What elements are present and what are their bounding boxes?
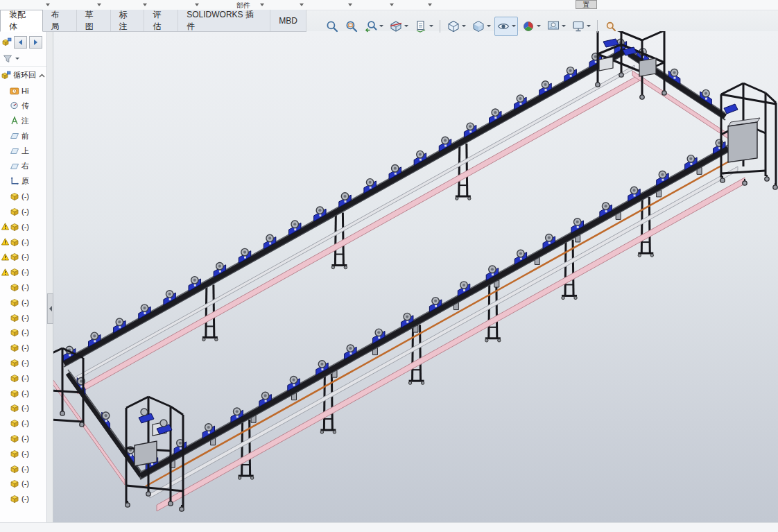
tree-item-component[interactable]: (-) [0,250,46,265]
tree-item-component[interactable]: (-) [0,310,46,325]
tree-item-label: (-) [21,268,29,276]
assembly-3d-model[interactable] [53,31,778,522]
tree-item-component[interactable]: (-) [0,340,46,355]
tab-annotation[interactable]: 标注 [111,10,145,31]
dropdown-caret-icon[interactable] [587,25,591,27]
tree-item-component[interactable]: (-) [0,431,46,446]
tree-item-component[interactable]: (-) [0,325,46,341]
view-orientation-button[interactable] [444,17,468,36]
tree-item-label: Hi [21,87,28,95]
tree-item-label: 传 [21,101,29,111]
tree-item-component[interactable]: (-) [0,415,46,431]
tree-item-sensors[interactable]: 传 [0,98,46,114]
tree-item-component[interactable]: (-) [0,446,46,461]
tree-item-annotations[interactable]: 注 [0,113,46,128]
collapse-arrow-icon [49,306,52,311]
config-button[interactable]: 置 [576,0,597,9]
tree-item-component[interactable]: (-) [0,219,46,234]
tree-item-component[interactable]: (-) [0,295,46,310]
tree-item-component[interactable]: (-) [0,386,46,401]
dropdown-caret-icon[interactable] [300,3,304,6]
tree-item-component[interactable]: (-) [0,204,46,219]
collapse-handle[interactable] [47,293,53,324]
tree-root-label: 循环回 [13,70,36,80]
dropdown-caret-icon[interactable] [15,58,19,60]
featuremanager-tab-icon[interactable] [2,37,12,47]
tree-item-component[interactable]: (-) [0,401,46,416]
display-style-button[interactable] [469,17,493,36]
tab-solidworks-addins[interactable]: SOLIDWORKS 插件 [178,10,270,31]
tree-item-history[interactable]: Hi [0,83,46,98]
dropdown-caret-icon[interactable] [462,25,466,27]
section-icon [389,19,403,33]
tree-item-component[interactable]: (-) [0,234,46,250]
hide-show-items-button[interactable] [494,17,518,36]
dropdown-caret-icon[interactable] [537,25,541,27]
tree-item-plane[interactable]: 前 [0,128,46,144]
dropdown-caret-icon[interactable] [348,3,352,6]
dropdown-caret-icon[interactable] [404,25,408,27]
dropdown-caret-icon[interactable] [379,25,383,27]
component-icon [10,237,19,247]
tree-item-component[interactable]: (-) [0,189,46,204]
dropdown-caret-icon[interactable] [428,3,432,6]
filter-funnel-icon[interactable] [3,53,12,63]
tree-item-plane[interactable]: 上 [0,144,46,159]
tree-item-label: (-) [21,479,29,488]
command-manager-tabs: 装配体布局草图标注评估SOLIDWORKS 插件MBD [0,10,306,32]
zoom-to-area-button[interactable] [343,17,361,36]
section-view-button[interactable] [387,17,410,36]
magnified-selection-button[interactable] [602,17,620,36]
dropdown-caret-icon[interactable] [195,3,199,6]
tree-item-label: (-) [21,223,29,231]
dropdown-caret-icon[interactable] [429,25,433,27]
tab-evaluate[interactable]: 评估 [144,10,178,31]
tree-item-component[interactable]: (-) [0,477,46,492]
dropdown-caret-icon[interactable] [97,3,101,6]
dropdown-caret-icon[interactable] [562,25,566,27]
zoom-to-fit-button[interactable] [323,17,341,36]
scene-sphere-icon [546,19,560,33]
dropdown-caret-icon[interactable] [487,25,491,27]
edit-appearance-button[interactable] [519,17,543,36]
tree-item-label: (-) [21,328,29,336]
panel-splitter[interactable] [47,31,53,522]
tree-root-assembly[interactable]: 循环回 [0,68,46,83]
annotation-view-button[interactable] [412,17,435,36]
tree-item-component[interactable]: (-) [0,280,46,295]
collapse-chevron-icon[interactable] [39,74,45,78]
tab-assembly[interactable]: 装配体 [0,10,43,32]
dropdown-caret-icon[interactable] [390,3,394,6]
tab-layout[interactable]: 布局 [43,10,77,31]
magnifier-icon [325,19,339,33]
dropdown-caret-icon[interactable] [512,25,516,27]
component-icon [10,207,19,216]
tab-mbd[interactable]: MBD [270,10,306,31]
apply-scene-button[interactable] [544,17,568,36]
tree-item-label: (-) [21,419,29,427]
tree-item-component[interactable]: (-) [0,461,46,477]
panel-back-button[interactable] [14,36,27,49]
magnifier-area-icon [345,19,358,33]
tree-filter[interactable] [0,51,46,67]
tree-item-component[interactable]: (-) [0,355,46,370]
tree-item-label: (-) [21,404,29,412]
tree-item-label: (-) [21,449,29,458]
sheet-icon [414,19,428,33]
tree-item-label: (-) [21,343,29,352]
tab-sketch[interactable]: 草图 [77,10,111,31]
dropdown-caret-icon[interactable] [46,3,50,6]
tree-item-component[interactable]: (-) [0,370,46,386]
previous-view-button[interactable] [362,17,386,36]
graphics-viewport[interactable] [53,31,778,522]
tree-item-component[interactable]: (-) [0,491,46,506]
tree-item-origin[interactable]: 原 [0,174,46,189]
view-settings-button[interactable] [569,17,593,36]
tree-item-component[interactable]: (-) [0,264,46,280]
dropdown-caret-icon[interactable] [260,3,264,6]
panel-forward-button[interactable] [29,36,42,49]
tree-item-plane[interactable]: 右 [0,159,46,174]
dropdown-caret-icon[interactable] [143,3,147,6]
component-icon [10,418,19,428]
plane-icon [10,131,19,141]
